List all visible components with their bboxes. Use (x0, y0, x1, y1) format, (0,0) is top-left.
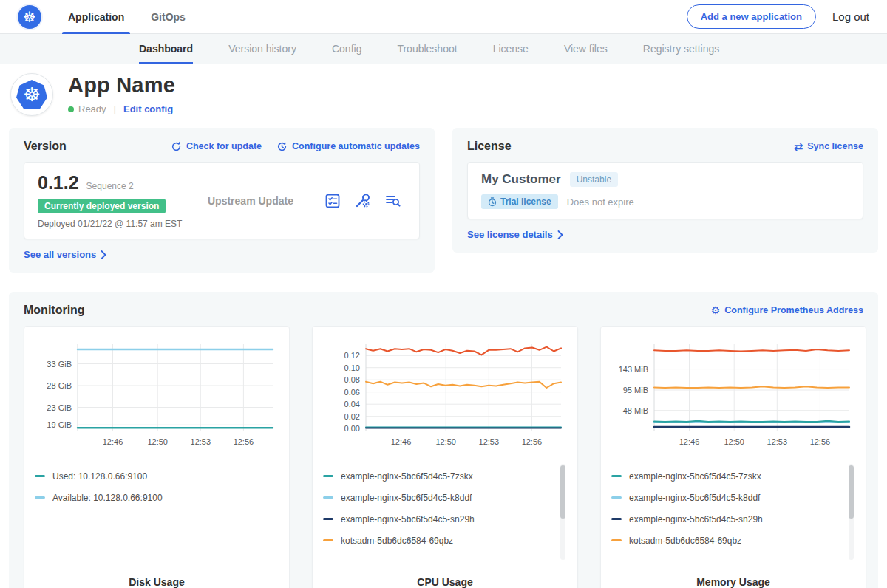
edit-config-link[interactable]: Edit config (123, 103, 173, 114)
chevron-right-icon (557, 230, 563, 239)
legend-item: example-nginx-5bc6f5d4c5-sn29h (323, 508, 567, 530)
memory-usage-chart-title: Memory Usage (611, 572, 855, 588)
legend-color-dash (611, 518, 622, 520)
svg-text:12:50: 12:50 (724, 437, 744, 446)
tab-version-history[interactable]: Version history (228, 34, 296, 64)
svg-text:12:56: 12:56 (810, 437, 831, 446)
legend-scrollbar[interactable] (560, 464, 565, 560)
disk-usage-legend: Used: 10.128.0.66:9100Available: 10.128.… (35, 462, 279, 572)
add-application-button[interactable]: Add a new application (687, 4, 816, 29)
legend-scrollbar[interactable] (849, 464, 854, 560)
logout-button[interactable]: Log out (832, 10, 869, 23)
top-tab-application[interactable]: Application (67, 0, 126, 33)
svg-text:12:50: 12:50 (435, 437, 456, 446)
tab-config[interactable]: Config (332, 34, 361, 64)
see-all-versions-link[interactable]: See all versions (24, 249, 106, 260)
refresh-icon (171, 141, 182, 152)
svg-text:48 MiB: 48 MiB (623, 406, 648, 415)
legend-color-dash (323, 475, 333, 477)
sync-arrows-icon: ⇄ (794, 141, 803, 152)
monitoring-card: Monitoring ⚙ Configure Prometheus Addres… (9, 292, 878, 588)
svg-text:0.02: 0.02 (344, 412, 360, 421)
configure-automatic-updates-button[interactable]: Configure automatic updates (276, 141, 420, 152)
cpu-usage-chart: 0.120.100.080.060.040.020.0012:4612:5012… (323, 337, 567, 454)
memory-usage-chart: 143 MiB95 MiB48 MiB12:4612:5012:5312:56 (611, 337, 855, 454)
deploy-logs-icon[interactable] (384, 192, 401, 209)
version-source-label: Upstream Update (208, 195, 324, 207)
deployed-timestamp: Deployed 01/21/22 @ 11:57 am EST (38, 219, 208, 229)
top-tab-gitops[interactable]: GitOps (149, 0, 187, 33)
configure-prometheus-button[interactable]: ⚙ Configure Prometheus Address (711, 305, 863, 315)
svg-text:23 GiB: 23 GiB (47, 403, 72, 412)
legend-item: Used: 10.128.0.66:9100 (35, 465, 279, 487)
tab-dashboard[interactable]: Dashboard (139, 34, 193, 64)
tab-troubleshoot[interactable]: Troubleshoot (397, 34, 457, 64)
legend-color-dash (323, 496, 333, 499)
chevron-right-icon (101, 250, 106, 259)
svg-text:33 GiB: 33 GiB (47, 360, 72, 369)
cpu-usage-legend: example-nginx-5bc6f5d4c5-7zskxexample-ng… (323, 462, 567, 572)
legend-color-dash (35, 475, 45, 477)
app-sub-nav: Dashboard Version history Config Trouble… (0, 34, 887, 64)
trial-license-badge: Trial license (481, 194, 558, 209)
svg-text:0.10: 0.10 (344, 363, 360, 372)
memory-usage-legend: example-nginx-5bc6f5d4c5-7zskxexample-ng… (611, 462, 855, 572)
tab-registry-settings[interactable]: Registry settings (643, 34, 719, 64)
sync-license-button[interactable]: ⇄ Sync license (794, 141, 863, 152)
status-ready-dot (68, 106, 74, 112)
kubernetes-app-icon: ☸ (16, 80, 47, 109)
legend-color-dash (611, 539, 622, 541)
top-nav: ☸ Application GitOps Add a new applicati… (0, 0, 887, 34)
legend-color-dash (323, 518, 333, 520)
legend-item: example-nginx-5bc6f5d4c5-7zskx (611, 465, 855, 487)
svg-text:12:46: 12:46 (103, 437, 123, 446)
svg-text:0.08: 0.08 (344, 375, 360, 384)
svg-text:0.04: 0.04 (344, 400, 360, 408)
svg-text:12:53: 12:53 (191, 437, 211, 446)
legend-item: kotsadm-5db6dc6584-69qbz (323, 530, 567, 551)
svg-text:28 GiB: 28 GiB (47, 381, 72, 390)
cpu-usage-chart-title: CPU Usage (323, 572, 567, 588)
legend-item: example-nginx-5bc6f5d4c5-sn29h (611, 508, 855, 530)
schedule-update-icon (276, 141, 288, 152)
legend-scrollbar-thumb[interactable] (849, 465, 854, 519)
see-license-details-link[interactable]: See license details (467, 229, 563, 240)
license-card-title: License (467, 140, 512, 153)
app-status-text: Ready (78, 103, 106, 114)
svg-text:12:46: 12:46 (679, 437, 700, 446)
license-panel: My Customer Unstable Trial license Does … (467, 162, 863, 219)
svg-text:19 GiB: 19 GiB (47, 420, 72, 429)
current-version-panel: 0.1.2 Sequence 2 Currently deployed vers… (24, 162, 420, 239)
disk-usage-chart-title: Disk Usage (35, 572, 279, 588)
brand-logo[interactable]: ☸ (18, 0, 41, 33)
check-for-update-button[interactable]: Check for update (171, 141, 262, 152)
top-nav-spacer (211, 0, 687, 33)
legend-color-dash (35, 496, 45, 499)
svg-text:0.06: 0.06 (344, 388, 360, 397)
disk-usage-chart-card: 33 GiB28 GiB23 GiB19 GiB12:4612:5012:531… (24, 326, 290, 588)
tab-view-files[interactable]: View files (564, 34, 608, 64)
status-divider: | (114, 103, 116, 114)
svg-text:95 MiB: 95 MiB (623, 386, 648, 394)
preflight-checks-icon[interactable] (324, 193, 341, 209)
legend-item: kotsadm-5db6dc6584-69qbz (611, 530, 855, 551)
tab-license[interactable]: License (493, 34, 529, 64)
legend-color-dash (611, 496, 622, 499)
svg-text:12:46: 12:46 (391, 437, 412, 446)
license-expiry-text: Does not expire (567, 196, 634, 208)
svg-text:12:50: 12:50 (147, 437, 168, 446)
svg-text:12:56: 12:56 (234, 437, 254, 446)
version-number: 0.1.2 (38, 172, 79, 194)
app-header: ☸ App Name Ready | Edit config (0, 64, 887, 126)
kubernetes-logo-icon: ☸ (18, 5, 41, 29)
legend-scrollbar-thumb[interactable] (560, 465, 565, 519)
license-card: License ⇄ Sync license My Customer Unsta… (452, 128, 878, 253)
config-wrench-icon[interactable] (354, 192, 371, 209)
version-card: Version Check for update (9, 128, 435, 273)
dashboard-content: Version Check for update (0, 126, 887, 588)
svg-text:0.00: 0.00 (344, 424, 360, 433)
stopwatch-icon (488, 197, 497, 207)
cpu-usage-chart-card: 0.120.100.080.060.040.020.0012:4612:5012… (312, 326, 578, 588)
svg-text:143 MiB: 143 MiB (619, 365, 648, 374)
version-card-title: Version (24, 140, 67, 153)
